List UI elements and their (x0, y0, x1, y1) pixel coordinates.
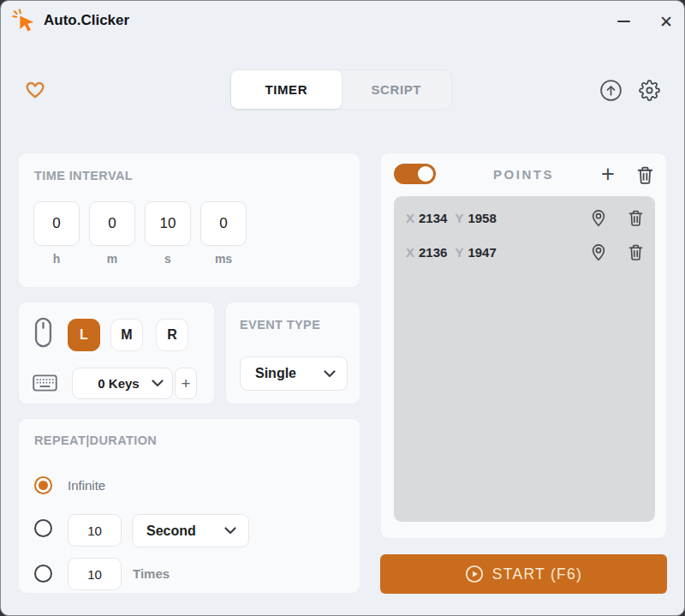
event-type-dropdown[interactable]: Single (240, 356, 348, 391)
start-button[interactable]: START (F6) (380, 554, 667, 594)
point-x-label: X (406, 245, 414, 260)
point-y-label: Y (455, 245, 463, 260)
chevron-down-icon (224, 527, 236, 535)
time-interval-section: TIME INTERVAL h m s ms (18, 153, 360, 288)
keyboard-icon (33, 374, 57, 392)
upload-button[interactable] (599, 79, 622, 102)
start-button-label: START (F6) (492, 565, 582, 583)
repeat-times-input[interactable] (68, 558, 122, 590)
points-list: X 2134 Y 1958 (394, 196, 655, 522)
repeat-duration-label: REPEAT|DURATION (34, 434, 157, 447)
favorite-button[interactable] (22, 77, 48, 101)
tab-script[interactable]: SCRIPT (342, 70, 452, 109)
point-row: X 2136 Y 1947 (394, 235, 655, 269)
minimize-button[interactable] (610, 8, 637, 35)
hours-unit-label: h (53, 252, 61, 266)
delete-point-button[interactable] (626, 208, 645, 227)
chevron-down-icon (324, 370, 336, 378)
event-type-value: Single (255, 366, 324, 381)
seconds-unit-label: s (164, 252, 171, 266)
add-key-button[interactable]: + (175, 368, 197, 399)
seconds-input[interactable] (145, 201, 191, 246)
heart-icon (24, 79, 46, 99)
duration-unit-value: Second (146, 523, 224, 539)
point-x-label: X (406, 211, 414, 225)
map-pin-icon (590, 242, 607, 261)
duration-unit-dropdown[interactable]: Second (132, 514, 249, 547)
radio-duration-seconds[interactable] (34, 519, 52, 537)
point-row: X 2134 Y 1958 (394, 200, 655, 235)
tab-timer[interactable]: TIMER (231, 70, 342, 109)
radio-infinite[interactable] (34, 476, 52, 494)
event-type-label: EVENT TYPE (240, 318, 320, 332)
app-window: Auto.Clicker ✕ TIMER SCRIPT TIME INTERVA… (0, 0, 685, 616)
settings-button[interactable] (639, 80, 660, 101)
milliseconds-unit-label: ms (215, 252, 232, 266)
time-interval-label: TIME INTERVAL (34, 169, 133, 182)
point-y-label: Y (455, 211, 463, 225)
gear-icon (639, 80, 660, 101)
trash-icon (636, 165, 654, 185)
infinite-label: Infinite (68, 478, 105, 493)
upload-icon (599, 79, 622, 102)
play-icon (465, 565, 484, 583)
trash-icon (628, 209, 644, 227)
app-logo-cursor-icon (12, 9, 38, 34)
duration-seconds-input[interactable] (68, 514, 122, 547)
mode-tabs: TIMER SCRIPT (230, 69, 452, 110)
mouse-keys-section: L M R 0 Keys + (18, 302, 215, 404)
minutes-unit-label: m (107, 252, 117, 266)
point-y-value: 1947 (468, 245, 496, 260)
locate-point-button[interactable] (589, 242, 608, 261)
locate-point-button[interactable] (589, 208, 608, 227)
add-point-button[interactable]: + (597, 161, 619, 187)
mouse-right-button[interactable]: R (156, 319, 188, 351)
milliseconds-input[interactable] (200, 201, 247, 246)
mouse-icon (33, 316, 53, 349)
app-title: Auto.Clicker (44, 12, 129, 29)
point-x-value: 2134 (419, 211, 447, 225)
time-interval-fields: h m s ms (33, 201, 247, 266)
trash-icon (628, 243, 644, 261)
delete-point-button[interactable] (626, 242, 645, 261)
close-button[interactable]: ✕ (652, 8, 680, 35)
repeat-duration-section: REPEAT|DURATION Infinite Second Times (18, 418, 360, 594)
point-x-value: 2136 (419, 245, 447, 260)
points-section: POINTS + X 2134 Y 1958 (380, 153, 667, 539)
event-type-section: EVENT TYPE Single (225, 302, 360, 404)
keys-dropdown-value: 0 Keys (86, 376, 152, 391)
hours-input[interactable] (33, 201, 80, 246)
point-y-value: 1958 (468, 211, 496, 225)
clear-points-button[interactable] (634, 164, 655, 185)
mouse-middle-button[interactable]: M (110, 319, 143, 351)
times-label: Times (133, 566, 170, 581)
keys-dropdown[interactable]: 0 Keys (72, 368, 173, 399)
mouse-left-button[interactable]: L (68, 319, 100, 351)
radio-repeat-times[interactable] (34, 565, 52, 583)
minutes-input[interactable] (89, 201, 135, 246)
minimize-icon (617, 21, 630, 22)
points-label: POINTS (381, 167, 666, 182)
chevron-down-icon (152, 380, 164, 387)
map-pin-icon (590, 208, 607, 227)
